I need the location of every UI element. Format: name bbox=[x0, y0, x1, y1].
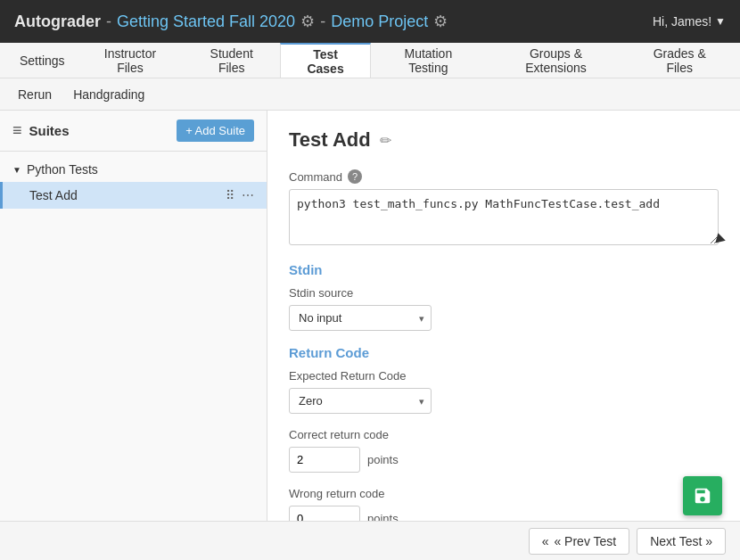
correct-return-code-label: Correct return code bbox=[289, 428, 719, 441]
command-label-text: Command bbox=[289, 170, 342, 184]
next-test-label: Next Test » bbox=[650, 534, 712, 548]
correct-points-label: points bbox=[367, 453, 399, 466]
stdin-source-group: Stdin source No input Text File ▾ bbox=[289, 286, 719, 331]
drag-icon[interactable]: ⠿ bbox=[226, 188, 234, 202]
test-item-label: Test Add bbox=[29, 188, 78, 202]
test-item-actions: ⠿ ⋯ bbox=[226, 188, 254, 202]
user-greeting: Hi, James! bbox=[653, 14, 711, 29]
add-suite-button[interactable]: + Add Suite bbox=[177, 119, 254, 142]
sidebar-title: Suites bbox=[29, 123, 70, 138]
content-area: Test Add ✏ Command ? python3 test_math_f… bbox=[267, 111, 740, 560]
hamburger-icon[interactable]: ≡ bbox=[12, 121, 22, 140]
suite-name: Python Tests bbox=[27, 162, 98, 177]
expected-return-code-label: Expected Return Code bbox=[289, 369, 719, 383]
main-layout: ≡ Suites + Add Suite ▼ Python Tests Test… bbox=[0, 111, 740, 560]
brand-name: Autograder bbox=[14, 12, 101, 31]
test-item-test-add[interactable]: Test Add ⠿ ⋯ bbox=[0, 182, 267, 209]
stdin-source-select[interactable]: No input Text File bbox=[289, 305, 432, 331]
separator1: - bbox=[106, 12, 111, 31]
app-header: Autograder - Getting Started Fall 2020 ⚙… bbox=[0, 0, 740, 43]
gear2-icon[interactable]: ⚙ bbox=[433, 12, 448, 31]
expected-return-code-group: Expected Return Code Zero Nonzero ▾ bbox=[289, 369, 719, 414]
suite-label-python-tests[interactable]: ▼ Python Tests bbox=[0, 157, 267, 182]
prev-test-label: « Prev Test bbox=[554, 534, 616, 548]
bottom-bar: « « Prev Test Next Test » bbox=[0, 521, 740, 560]
expected-return-code-select[interactable]: Zero Nonzero bbox=[289, 388, 432, 414]
stdin-section-label: Stdin bbox=[289, 262, 719, 277]
correct-return-code-row: points bbox=[289, 447, 719, 473]
handgrading-button[interactable]: Handgrading bbox=[62, 82, 155, 107]
sidebar: ≡ Suites + Add Suite ▼ Python Tests Test… bbox=[0, 111, 267, 560]
tab-settings[interactable]: Settings bbox=[7, 43, 78, 78]
tab-test-cases[interactable]: Test Cases bbox=[280, 43, 371, 78]
separator2: - bbox=[320, 12, 325, 31]
save-button[interactable] bbox=[683, 476, 722, 515]
wrong-return-code-label: Wrong return code bbox=[289, 487, 719, 500]
save-icon bbox=[693, 486, 712, 506]
command-help-icon[interactable]: ? bbox=[348, 169, 362, 184]
user-menu[interactable]: Hi, James! ▼ bbox=[653, 14, 726, 29]
tab-groups-extensions[interactable]: Groups & Extensions bbox=[486, 43, 627, 78]
command-textarea[interactable]: python3 test_math_funcs.py MathFuncTestC… bbox=[289, 189, 719, 245]
suite-group: ▼ Python Tests Test Add ⠿ ⋯ bbox=[0, 152, 267, 214]
stdin-source-wrapper: No input Text File ▾ bbox=[289, 305, 432, 331]
gear1-icon[interactable]: ⚙ bbox=[300, 12, 315, 31]
project-name[interactable]: Demo Project bbox=[331, 12, 428, 31]
correct-return-code-group: Correct return code points bbox=[289, 428, 719, 473]
command-label: Command ? bbox=[289, 169, 719, 184]
sidebar-title-group: ≡ Suites bbox=[12, 121, 70, 140]
correct-return-code-input[interactable] bbox=[289, 447, 360, 473]
edit-icon[interactable]: ✏ bbox=[380, 132, 391, 149]
tab-student-files[interactable]: Student Files bbox=[183, 43, 280, 78]
prev-chevron-icon: « bbox=[542, 534, 549, 548]
expected-return-code-wrapper: Zero Nonzero ▾ bbox=[289, 388, 432, 414]
tab-grades-files[interactable]: Grades & Files bbox=[627, 43, 733, 78]
triangle-icon: ▼ bbox=[12, 165, 21, 175]
command-section: Command ? python3 test_math_funcs.py Mat… bbox=[289, 169, 719, 248]
project-title[interactable]: Getting Started Fall 2020 bbox=[117, 12, 295, 31]
sidebar-header: ≡ Suites + Add Suite bbox=[0, 111, 267, 152]
rerun-button[interactable]: Rerun bbox=[7, 82, 62, 107]
return-code-section: Return Code Expected Return Code Zero No… bbox=[289, 345, 719, 531]
return-code-section-label: Return Code bbox=[289, 345, 719, 360]
sub-nav: Rerun Handgrading bbox=[0, 78, 740, 111]
stdin-section: Stdin Stdin source No input Text File ▾ bbox=[289, 262, 719, 331]
next-test-button[interactable]: Next Test » bbox=[637, 528, 726, 555]
tab-instructor-files[interactable]: Instructor Files bbox=[78, 43, 184, 78]
chevron-down-icon: ▼ bbox=[715, 15, 726, 28]
tab-mutation-testing[interactable]: Mutation Testing bbox=[371, 43, 485, 78]
header-left: Autograder - Getting Started Fall 2020 ⚙… bbox=[14, 12, 448, 31]
stdin-source-label: Stdin source bbox=[289, 286, 719, 300]
prev-test-button[interactable]: « « Prev Test bbox=[529, 528, 630, 555]
more-options-icon[interactable]: ⋯ bbox=[242, 188, 254, 202]
nav-tabs: Settings Instructor Files Student Files … bbox=[0, 43, 740, 78]
content-title: Test Add bbox=[289, 128, 371, 152]
content-title-row: Test Add ✏ bbox=[289, 128, 719, 152]
